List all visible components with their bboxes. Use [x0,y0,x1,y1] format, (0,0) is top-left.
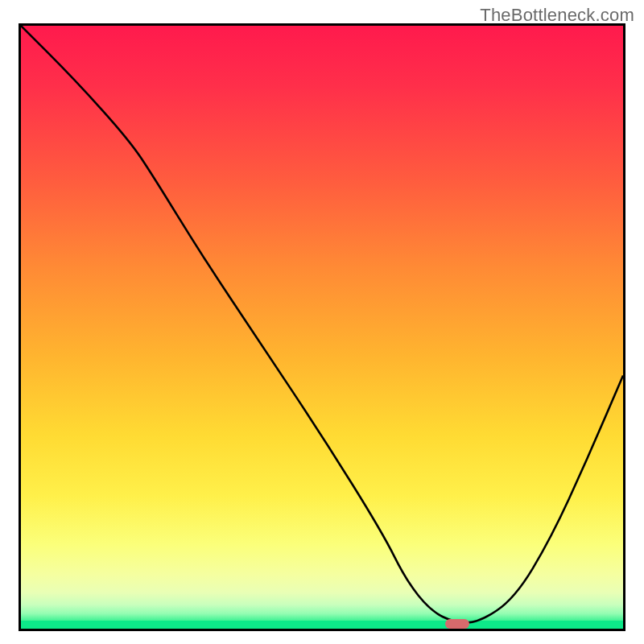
min-marker-pill [445,619,469,629]
curve-svg [21,26,623,629]
curve-line [21,26,623,623]
plot-area [19,23,625,631]
chart-container: TheBottleneck.com [0,0,644,644]
